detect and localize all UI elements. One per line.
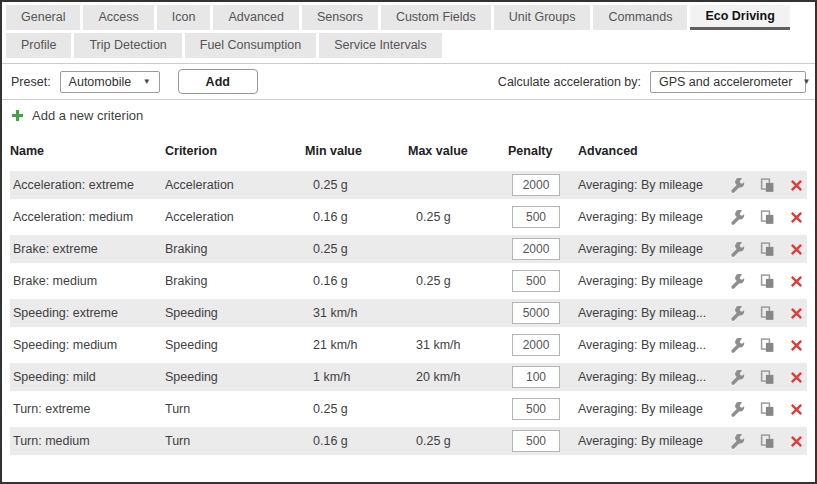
- wrench-icon[interactable]: [730, 402, 745, 417]
- add-preset-button[interactable]: Add: [178, 69, 258, 94]
- delete-icon[interactable]: [790, 211, 803, 224]
- criterion-name: Acceleration: medium: [10, 210, 165, 224]
- criterion-type: Acceleration: [165, 178, 305, 192]
- row-actions: [722, 306, 807, 321]
- unit-properties-window: GeneralAccessIconAdvancedSensorsCustom F…: [0, 0, 817, 484]
- duplicate-icon[interactable]: [760, 338, 775, 353]
- tab-profile[interactable]: Profile: [6, 33, 71, 58]
- tab-fuel-consumption[interactable]: Fuel Consumption: [185, 33, 316, 58]
- wrench-icon[interactable]: [730, 370, 745, 385]
- criterion-type: Turn: [165, 402, 305, 416]
- header-penalty: Penalty: [508, 144, 578, 158]
- tab-eco-driving[interactable]: Eco Driving: [690, 5, 789, 30]
- row-actions: [722, 210, 807, 225]
- duplicate-icon[interactable]: [760, 402, 775, 417]
- tab-custom-fields[interactable]: Custom Fields: [381, 5, 491, 30]
- criterion-name: Speeding: medium: [10, 338, 165, 352]
- penalty-input[interactable]: [512, 206, 560, 228]
- penalty-cell: [508, 270, 578, 292]
- row-actions: [722, 274, 807, 289]
- criterion-min-value: 0.25 g: [305, 242, 408, 256]
- wrench-icon[interactable]: [730, 274, 745, 289]
- tab-sensors[interactable]: Sensors: [302, 5, 378, 30]
- row-actions: [722, 434, 807, 449]
- tab-row-2: ProfileTrip DetectionFuel ConsumptionSer…: [6, 33, 811, 58]
- criterion-row: Speeding: mild Speeding 1 km/h 20 km/h A…: [10, 363, 807, 391]
- tab-advanced[interactable]: Advanced: [213, 5, 299, 30]
- add-criterion-button[interactable]: Add a new criterion: [2, 100, 815, 131]
- preset-select[interactable]: Automobile ▼: [60, 71, 160, 93]
- wrench-icon[interactable]: [730, 242, 745, 257]
- duplicate-icon[interactable]: [760, 370, 775, 385]
- row-actions: [722, 242, 807, 257]
- penalty-input[interactable]: [512, 270, 560, 292]
- wrench-icon[interactable]: [730, 338, 745, 353]
- criterion-min-value: 0.25 g: [305, 402, 408, 416]
- duplicate-icon[interactable]: [760, 434, 775, 449]
- penalty-input[interactable]: [512, 366, 560, 388]
- header-max-value: Max value: [408, 144, 508, 158]
- penalty-input[interactable]: [512, 398, 560, 420]
- table-header: Name Criterion Min value Max value Penal…: [10, 131, 807, 171]
- delete-icon[interactable]: [790, 307, 803, 320]
- row-actions: [722, 338, 807, 353]
- tab-bar: GeneralAccessIconAdvancedSensorsCustom F…: [2, 2, 815, 64]
- tab-icon[interactable]: Icon: [157, 5, 211, 30]
- criterion-name: Speeding: mild: [10, 370, 165, 384]
- criterion-min-value: 1 km/h: [305, 370, 408, 384]
- delete-icon[interactable]: [790, 403, 803, 416]
- penalty-input[interactable]: [512, 334, 560, 356]
- tab-commands[interactable]: Commands: [593, 5, 687, 30]
- header-advanced: Advanced: [578, 144, 722, 158]
- wrench-icon[interactable]: [730, 210, 745, 225]
- tab-unit-groups[interactable]: Unit Groups: [494, 5, 591, 30]
- penalty-input[interactable]: [512, 174, 560, 196]
- duplicate-icon[interactable]: [760, 306, 775, 321]
- calc-acceleration-select[interactable]: GPS and accelerometer ▼: [650, 71, 806, 93]
- criterion-max-value: 0.25 g: [408, 274, 508, 288]
- delete-icon[interactable]: [790, 243, 803, 256]
- criterion-min-value: 21 km/h: [305, 338, 408, 352]
- duplicate-icon[interactable]: [760, 178, 775, 193]
- criterion-max-value: 31 km/h: [408, 338, 508, 352]
- penalty-input[interactable]: [512, 430, 560, 452]
- criterion-row: Acceleration: extreme Acceleration 0.25 …: [10, 171, 807, 199]
- preset-select-value: Automobile: [69, 75, 132, 89]
- criterion-type: Turn: [165, 434, 305, 448]
- criterion-min-value: 31 km/h: [305, 306, 408, 320]
- criterion-row: Acceleration: medium Acceleration 0.16 g…: [10, 203, 807, 231]
- criterion-advanced: Averaging: By mileage: [578, 274, 722, 288]
- criterion-advanced: Averaging: By mileag...: [578, 370, 722, 384]
- tab-general[interactable]: General: [6, 5, 80, 30]
- criterion-name: Brake: medium: [10, 274, 165, 288]
- wrench-icon[interactable]: [730, 306, 745, 321]
- penalty-input[interactable]: [512, 238, 560, 260]
- criterion-advanced: Averaging: By mileage: [578, 178, 722, 192]
- criteria-table: Name Criterion Min value Max value Penal…: [2, 131, 815, 455]
- tab-trip-detection[interactable]: Trip Detection: [74, 33, 181, 58]
- tab-access[interactable]: Access: [83, 5, 153, 30]
- criterion-advanced: Averaging: By mileag...: [578, 306, 722, 320]
- delete-icon[interactable]: [790, 371, 803, 384]
- wrench-icon[interactable]: [730, 434, 745, 449]
- criterion-max-value: 0.25 g: [408, 210, 508, 224]
- penalty-cell: [508, 430, 578, 452]
- delete-icon[interactable]: [790, 179, 803, 192]
- criterion-type: Braking: [165, 274, 305, 288]
- duplicate-icon[interactable]: [760, 242, 775, 257]
- criterion-type: Acceleration: [165, 210, 305, 224]
- header-min-value: Min value: [305, 144, 408, 158]
- wrench-icon[interactable]: [730, 178, 745, 193]
- header-name: Name: [10, 144, 165, 158]
- delete-icon[interactable]: [790, 275, 803, 288]
- delete-icon[interactable]: [790, 435, 803, 448]
- calc-acceleration-label: Calculate acceleration by:: [498, 75, 641, 89]
- criterion-row: Brake: medium Braking 0.16 g 0.25 g Aver…: [10, 267, 807, 295]
- penalty-input[interactable]: [512, 302, 560, 324]
- criterion-row: Brake: extreme Braking 0.25 g Averaging:…: [10, 235, 807, 263]
- tab-service-intervals[interactable]: Service Intervals: [319, 33, 441, 58]
- delete-icon[interactable]: [790, 339, 803, 352]
- add-criterion-label: Add a new criterion: [32, 108, 143, 123]
- duplicate-icon[interactable]: [760, 274, 775, 289]
- duplicate-icon[interactable]: [760, 210, 775, 225]
